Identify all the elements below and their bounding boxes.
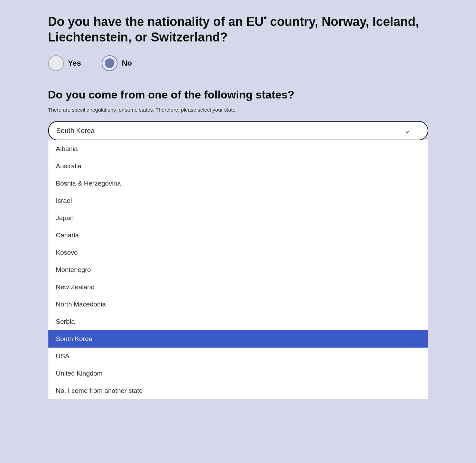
list-item[interactable]: Serbia: [48, 313, 428, 330]
radio-circle-yes[interactable]: [48, 55, 64, 71]
page-container: Do you have the nationality of an EU* co…: [48, 14, 428, 400]
radio-group-eu: Yes No: [48, 55, 428, 71]
list-item[interactable]: Japan: [48, 209, 428, 227]
radio-circle-no[interactable]: [102, 55, 118, 71]
radio-label-no: No: [122, 59, 132, 68]
list-item[interactable]: Kosovo: [48, 244, 428, 261]
eu-asterisk: *: [264, 15, 267, 23]
list-item[interactable]: No, I come from another state: [48, 382, 428, 399]
list-item[interactable]: Australia: [48, 158, 428, 175]
radio-option-no[interactable]: No: [102, 55, 132, 71]
list-item[interactable]: USA: [48, 348, 428, 365]
list-item[interactable]: Bosnia & Herzegovina: [48, 175, 428, 192]
state-select-display[interactable]: South Korea ⌄: [48, 121, 428, 140]
question2-section: Do you come from one of the following st…: [48, 88, 428, 400]
list-item[interactable]: Albania: [48, 140, 428, 158]
question1-section: Do you have the nationality of an EU* co…: [48, 14, 428, 71]
list-item[interactable]: Israel: [48, 192, 428, 209]
list-item[interactable]: Montenegro: [48, 261, 428, 278]
list-item[interactable]: United Kingdom: [48, 365, 428, 382]
chevron-down-icon: ⌄: [404, 126, 410, 135]
select-current-value: South Korea: [56, 127, 95, 135]
list-item[interactable]: North Macedonia: [48, 296, 428, 313]
radio-inner-no: [105, 58, 114, 68]
question1-title: Do you have the nationality of an EU* co…: [48, 14, 428, 45]
question2-description: There are specific regulations for some …: [48, 107, 428, 113]
list-item-selected[interactable]: South Korea: [48, 330, 428, 348]
state-dropdown-list: Albania Australia Bosnia & Herzegovina I…: [48, 140, 428, 400]
state-select-wrapper: South Korea ⌄ Albania Australia Bosnia &…: [48, 121, 428, 400]
list-item[interactable]: Canada: [48, 227, 428, 244]
list-item[interactable]: New Zealand: [48, 278, 428, 296]
radio-option-yes[interactable]: Yes: [48, 55, 81, 71]
question2-title: Do you come from one of the following st…: [48, 88, 428, 101]
radio-label-yes: Yes: [68, 59, 81, 68]
